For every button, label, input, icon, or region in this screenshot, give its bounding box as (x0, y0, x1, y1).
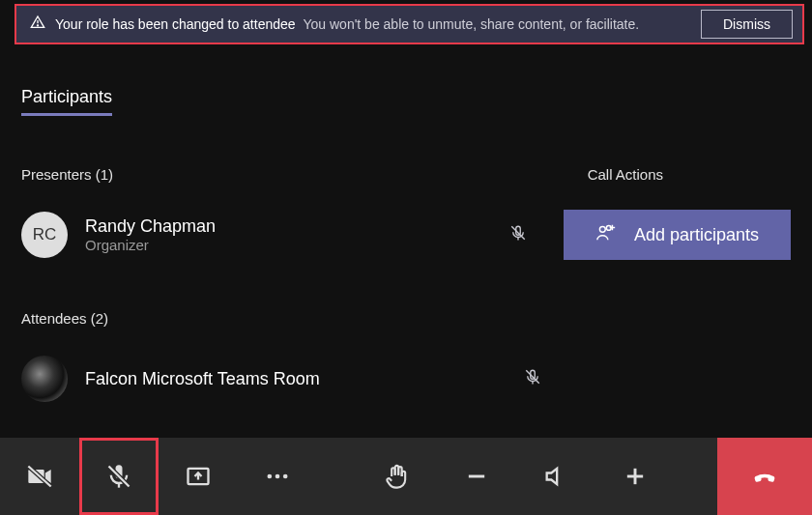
role-changed-banner: Your role has been changed to attendee Y… (14, 4, 804, 44)
svg-point-21 (283, 474, 288, 479)
svg-point-1 (37, 25, 38, 26)
people-add-icon (595, 222, 617, 248)
raise-hand-button[interactable] (358, 438, 437, 515)
hangup-button[interactable] (717, 438, 812, 515)
avatar (21, 356, 68, 402)
presenter-name: Randy Chapman (85, 216, 216, 237)
presenter-role: Organizer (85, 237, 216, 253)
mic-off-button[interactable] (79, 438, 159, 515)
warning-icon (30, 14, 45, 34)
add-participants-label: Add participants (634, 225, 759, 245)
mic-muted-icon (524, 368, 541, 389)
avatar: RC (21, 212, 68, 258)
banner-subtitle: You won't be able to unmute, share conte… (303, 16, 639, 32)
dismiss-button[interactable]: Dismiss (701, 10, 793, 39)
presenters-heading: Presenters (1) (21, 166, 113, 183)
call-actions-heading: Call Actions (588, 166, 663, 183)
svg-point-19 (268, 474, 273, 479)
share-content-button[interactable] (159, 438, 238, 515)
call-toolbar (0, 438, 812, 515)
volume-up-button[interactable] (595, 438, 675, 515)
camera-off-button[interactable] (0, 438, 79, 515)
svg-point-5 (599, 226, 605, 232)
attendee-name: Falcon Microsoft Teams Room (85, 369, 320, 389)
volume-down-button[interactable] (437, 438, 516, 515)
more-options-button[interactable] (238, 438, 317, 515)
svg-point-20 (276, 474, 280, 479)
participants-heading: Participants (21, 87, 112, 116)
attendee-row: Falcon Microsoft Teams Room (21, 356, 791, 402)
speaker-button[interactable] (516, 438, 595, 515)
add-participants-button[interactable]: Add participants (564, 210, 791, 260)
presenter-row: RC Randy Chapman Organizer (21, 210, 791, 260)
banner-text: Your role has been changed to attendee Y… (55, 16, 691, 32)
banner-title: Your role has been changed to attendee (55, 16, 296, 32)
attendees-heading: Attendees (2) (21, 310, 791, 327)
mic-muted-icon (509, 224, 527, 245)
